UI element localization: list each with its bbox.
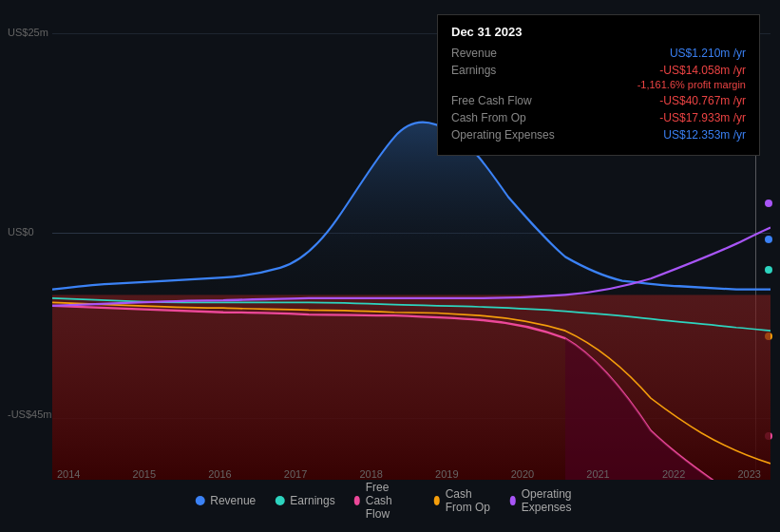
tooltip-box: Dec 31 2023 Revenue US$1.210m /yr Earnin… [437,14,760,156]
legend-dot-cashop [434,496,440,505]
legend-dot-revenue [195,496,204,505]
x-label-2022: 2022 [662,468,685,480]
x-label-2016: 2016 [208,468,231,480]
tooltip-label-opex: Operating Expenses [451,128,575,142]
tooltip-label-earnings: Earnings [451,64,575,77]
x-label-2017: 2017 [284,468,307,480]
tooltip-row-earnings: Earnings -US$14.058m /yr [451,64,746,77]
legend-dot-opex [510,496,516,505]
chart-container: Dec 31 2023 Revenue US$1.210m /yr Earnin… [0,0,780,532]
legend-item-cashop[interactable]: Cash From Op [434,487,491,514]
x-label-2019: 2019 [435,468,458,480]
tooltip-value-earnings: -US$14.058m /yr [659,64,746,77]
tooltip-value-cashop: -US$17.933m /yr [659,111,746,124]
tooltip-value-opex: US$12.353m /yr [663,128,746,142]
tooltip-row-cashop: Cash From Op -US$17.933m /yr [451,111,746,124]
legend-item-revenue[interactable]: Revenue [195,494,256,507]
tooltip-row-revenue: Revenue US$1.210m /yr [451,47,746,60]
legend-item-earnings[interactable]: Earnings [275,494,334,507]
x-label-2018: 2018 [359,468,382,480]
x-label-2020: 2020 [511,468,534,480]
legend-item-fcf[interactable]: Free Cash Flow [354,481,415,521]
x-axis-labels: 2014 2015 2016 2017 2018 2019 2020 2021 … [0,468,780,480]
x-label-2015: 2015 [133,468,156,480]
chart-legend: Revenue Earnings Free Cash Flow Cash Fro… [195,481,585,521]
tooltip-row-fcf: Free Cash Flow -US$40.767m /yr [451,94,746,107]
x-label-2021: 2021 [586,468,609,480]
legend-dot-fcf [354,496,360,505]
tooltip-value-fcf: -US$40.767m /yr [659,94,746,107]
tooltip-value-revenue: US$1.210m /yr [670,47,746,60]
legend-label-opex: Operating Expenses [522,487,585,514]
legend-label-revenue: Revenue [210,494,256,507]
legend-dot-earnings [275,496,284,505]
tooltip-label-cashop: Cash From Op [451,111,575,124]
legend-label-earnings: Earnings [290,494,334,507]
tooltip-sub-margin: -1,161.6% profit margin [451,79,746,90]
legend-item-opex[interactable]: Operating Expenses [510,487,585,514]
x-label-2014: 2014 [57,468,80,480]
y-label-bottom: -US$45m [8,408,51,420]
tooltip-label-fcf: Free Cash Flow [451,94,575,107]
tooltip-label-revenue: Revenue [451,47,575,60]
y-label-zero: US$0 [8,226,34,238]
x-label-2023: 2023 [737,468,760,480]
tooltip-date: Dec 31 2023 [451,25,746,39]
legend-label-fcf: Free Cash Flow [366,481,415,521]
legend-label-cashop: Cash From Op [446,487,491,514]
y-label-top: US$25m [8,27,48,38]
tooltip-row-opex: Operating Expenses US$12.353m /yr [451,128,746,142]
